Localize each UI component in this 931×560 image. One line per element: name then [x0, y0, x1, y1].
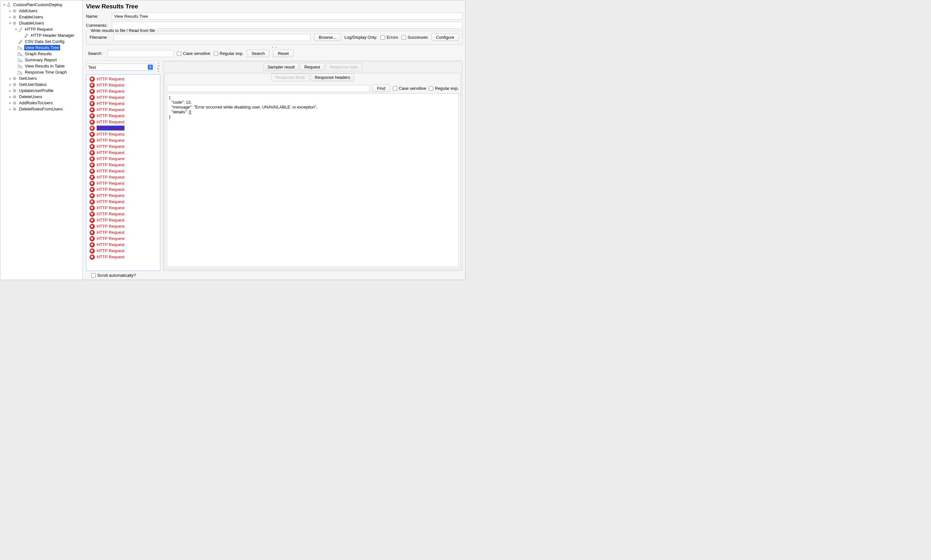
tree-item-label: HTTP Request	[24, 26, 53, 32]
result-item[interactable]: HTTP Request	[87, 143, 159, 149]
chevron-down-icon[interactable]: ▾	[8, 21, 12, 25]
result-item[interactable]: HTTP Request	[87, 205, 159, 211]
tree-item[interactable]: Summary Report	[0, 57, 82, 63]
svg-point-18	[14, 109, 15, 110]
subtab-response-headers[interactable]: Response headers	[311, 73, 354, 82]
result-item[interactable]: HTTP Request	[87, 235, 159, 242]
result-item[interactable]: HTTP Request	[87, 162, 159, 168]
browse-button[interactable]: Browse...	[314, 34, 341, 41]
search-input[interactable]	[107, 50, 174, 57]
chevron-right-icon[interactable]: ▸	[8, 77, 12, 80]
result-item[interactable]: HTTP Request	[87, 131, 159, 137]
chevron-right-icon[interactable]: ▸	[8, 95, 12, 98]
result-item-label: HTTP Request	[97, 175, 125, 180]
tree-item[interactable]: HTTP Header Manager	[0, 32, 82, 38]
tree-item[interactable]: View Results in Table	[0, 63, 82, 69]
tree-item[interactable]: ▸GetUsers	[0, 75, 82, 82]
result-item[interactable]: HTTP Request	[87, 149, 159, 156]
chevron-right-icon[interactable]: ▸	[8, 89, 12, 92]
search-regex-checkbox[interactable]: Regular exp.	[214, 51, 244, 56]
result-item[interactable]: HTTP Request	[87, 119, 159, 125]
errors-checkbox[interactable]: Errors	[380, 35, 398, 40]
tree-item[interactable]: ▾HTTP Request	[0, 26, 82, 32]
tree-item[interactable]: ▸UpdateUserProfile	[0, 88, 82, 94]
test-plan-tree[interactable]: ▾ CustosPlanCustomDeploy ▸AddUsers▸Enabl…	[0, 0, 83, 280]
chevron-right-icon[interactable]: ▸	[8, 107, 12, 111]
result-item[interactable]: HTTP Request	[87, 106, 159, 113]
result-item[interactable]: HTTP Request	[87, 242, 159, 248]
tree-item[interactable]: ▸GetUserStatus	[0, 82, 82, 88]
svg-point-10	[14, 84, 15, 85]
find-regex-checkbox[interactable]: Regular exp.	[429, 86, 459, 91]
chevron-right-icon[interactable]: ▸	[8, 15, 12, 19]
split-arrows-icon[interactable]: ▲◀▶▼	[156, 62, 161, 73]
successes-checkbox[interactable]: Successes	[401, 35, 428, 40]
tree-item[interactable]: ▸DeleteUsers	[0, 94, 82, 100]
find-button[interactable]: Find	[372, 85, 390, 92]
tab-sampler-result[interactable]: Sampler result	[264, 63, 299, 71]
result-item[interactable]: HTTP Request	[87, 180, 159, 186]
tree-item[interactable]: CSV Data Set Config	[0, 38, 82, 45]
search-case-checkbox[interactable]: Case sensitive	[177, 51, 210, 56]
result-item[interactable]: HTTP Request	[87, 223, 159, 229]
result-item[interactable]: HTTP Request	[87, 186, 159, 192]
result-item[interactable]: HTTP Request	[87, 100, 159, 106]
tab-response-data[interactable]: Response data	[326, 63, 362, 71]
tree-item[interactable]: Graph Results	[0, 51, 82, 57]
filename-label: Filename	[90, 35, 110, 40]
result-item[interactable]: HTTP Request	[87, 211, 159, 217]
find-input[interactable]	[167, 85, 369, 92]
result-item[interactable]: HTTP Request	[87, 254, 159, 260]
result-item[interactable]: HTTP Request	[87, 94, 159, 100]
tree-item[interactable]: Response Time Graph	[0, 69, 82, 75]
result-item[interactable]: HTTP Request	[87, 217, 159, 223]
result-item[interactable]: HTTP Request	[87, 125, 159, 131]
subtab-response-body[interactable]: Response Body	[271, 73, 309, 82]
response-body-text[interactable]: { "code": 13, "message": "Error occurred…	[167, 93, 459, 267]
result-item[interactable]: HTTP Request	[87, 192, 159, 198]
comments-input[interactable]	[112, 22, 463, 29]
gear-icon	[12, 106, 17, 112]
result-item[interactable]: HTTP Request	[87, 229, 159, 235]
result-item-label: HTTP Request	[97, 212, 125, 216]
tree-item[interactable]: ▸DeleteRolesFromUsers	[0, 106, 82, 112]
result-item[interactable]: HTTP Request	[87, 82, 159, 88]
error-icon	[90, 89, 95, 94]
tree-item[interactable]: ▸AddUsers	[0, 8, 82, 14]
result-item[interactable]: HTTP Request	[87, 137, 159, 143]
reset-button[interactable]: Reset	[273, 50, 293, 57]
renderer-select[interactable]: Text ▲▼	[86, 64, 155, 71]
name-input[interactable]	[112, 12, 463, 20]
select-arrows-icon: ▲▼	[148, 65, 153, 70]
configure-button[interactable]: Configure	[431, 34, 459, 41]
tree-item-label: DisableUsers	[19, 20, 45, 26]
error-icon	[90, 107, 95, 112]
chevron-down-icon[interactable]: ▾	[2, 3, 6, 6]
filename-input[interactable]	[113, 34, 311, 41]
tools-icon	[18, 39, 23, 44]
chevron-right-icon[interactable]: ▸	[8, 83, 12, 86]
result-item[interactable]: HTTP Request	[87, 113, 159, 119]
chevron-right-icon[interactable]: ▸	[8, 101, 12, 105]
result-item-label: HTTP Request	[97, 138, 125, 143]
search-button[interactable]: Search	[247, 50, 270, 57]
result-item[interactable]: HTTP Request	[87, 174, 159, 180]
tab-request[interactable]: Request	[300, 63, 324, 71]
result-item[interactable]: HTTP Request	[87, 198, 159, 205]
tree-item[interactable]: ▸EnableUsers	[0, 14, 82, 20]
tree-root[interactable]: ▾ CustosPlanCustomDeploy	[0, 2, 82, 8]
result-item[interactable]: HTTP Request	[87, 88, 159, 94]
result-item[interactable]: HTTP Request	[87, 156, 159, 162]
graph-icon	[18, 51, 23, 57]
find-case-checkbox[interactable]: Case sensitive	[393, 86, 426, 91]
chevron-down-icon[interactable]: ▾	[14, 28, 18, 31]
result-item[interactable]: HTTP Request	[87, 168, 159, 174]
result-list[interactable]: HTTP RequestHTTP RequestHTTP RequestHTTP…	[86, 74, 161, 271]
chevron-right-icon[interactable]: ▸	[8, 9, 12, 12]
result-item[interactable]: HTTP Request	[87, 76, 159, 82]
tree-item[interactable]: View Results Tree	[0, 45, 82, 51]
tree-item[interactable]: ▸AddRolesToUsers	[0, 100, 82, 106]
result-item[interactable]: HTTP Request	[87, 248, 159, 254]
scroll-auto-checkbox[interactable]: Scroll automatically?	[91, 273, 136, 278]
tree-item[interactable]: ▾DisableUsers	[0, 20, 82, 26]
